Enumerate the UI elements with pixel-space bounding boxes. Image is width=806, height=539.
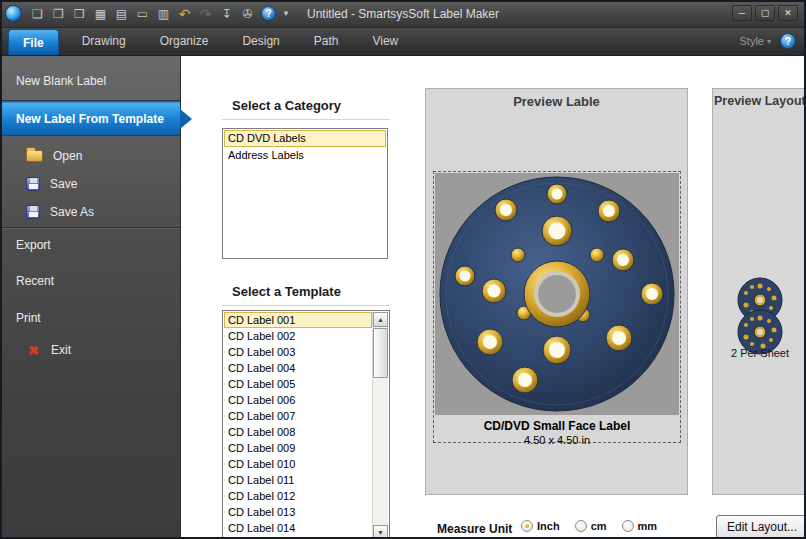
edit-layout-button[interactable]: Edit Layout... [716, 515, 806, 539]
toolbar-help-icon[interactable]: ? [261, 6, 276, 21]
template-list-item[interactable]: CD Label 005 [224, 376, 372, 392]
cm-radio[interactable]: cm [575, 520, 607, 532]
folder-icon[interactable]: ▦ [91, 4, 110, 24]
print-icon[interactable]: ▥ [154, 4, 173, 24]
template-list-item[interactable]: CD Label 012 [224, 488, 372, 504]
template-list-item[interactable]: CD Label 007 [224, 408, 372, 424]
label-name-caption: CD/DVD Small Face Label [434, 419, 680, 433]
label-size-caption: 4.50 x 4.50 in [434, 434, 680, 446]
preview-panel: Preview Lable [425, 88, 688, 495]
sidebar-item-label: Recent [16, 274, 54, 288]
category-list-item[interactable]: Address Labels [224, 147, 386, 164]
help-button[interactable]: ? [780, 33, 796, 49]
label-preview-canvas [435, 173, 679, 415]
scroll-up-button[interactable]: ▲ [373, 312, 388, 327]
tab-file[interactable]: File [8, 29, 59, 55]
template-list-item[interactable]: CD Label 014 [224, 520, 372, 536]
sidebar-item-exit[interactable]: Exit [0, 336, 180, 364]
save-disk-icon [26, 177, 40, 191]
capture-tool-icon[interactable]: ✇ [238, 4, 257, 24]
category-list: CD DVD LabelsAddress Labels [222, 128, 388, 259]
template-list-item[interactable]: CD Label 009 [224, 440, 372, 456]
sidebar-item-label: Save [50, 177, 77, 191]
label-preview-frame: CD/DVD Small Face Label 4.50 x 4.50 in [433, 171, 681, 443]
tabbar-right: Style ▾ ? [740, 27, 806, 55]
radio-icon [622, 520, 634, 532]
template-list-item[interactable]: CD Label 010 [224, 456, 372, 472]
sidebar-item-label: Exit [51, 343, 71, 357]
tab-design[interactable]: Design [225, 27, 296, 55]
template-list-item[interactable]: CD Label 013 [224, 504, 372, 520]
category-list-item[interactable]: CD DVD Labels [224, 130, 386, 147]
layout-thumbnail-image [736, 277, 784, 355]
ribbon-tabbar: FileDrawingOrganizeDesignPathView Style … [0, 28, 806, 56]
template-list-item[interactable]: CD Label 008 [224, 424, 372, 440]
radio-icon [575, 520, 587, 532]
toolbar-options-icon[interactable]: ▾ [280, 4, 292, 24]
sidebar-item-open[interactable]: Open [0, 142, 180, 170]
maximize-button[interactable]: ▢ [755, 5, 775, 21]
export-document-icon[interactable]: ▤ [112, 4, 131, 24]
unit-radio-label: mm [638, 520, 658, 532]
template-list-item[interactable]: CD Label 001 [224, 312, 372, 328]
layout-panel-title: Preview Layout [714, 94, 806, 108]
sidebar-item-label: Export [16, 238, 51, 252]
cd-label-preview-image [435, 173, 679, 415]
close-button[interactable]: ✕ [778, 5, 798, 21]
sidebar-item-new-label-from-template[interactable]: New Label From Template [0, 102, 180, 136]
app-logo-icon [5, 5, 22, 22]
divider [0, 227, 180, 228]
undo-icon[interactable]: ↶ [175, 4, 194, 24]
unit-radio-label: cm [591, 520, 607, 532]
template-list-scrollbar[interactable]: ▲ ▼ [372, 312, 388, 539]
sidebar-item-recent[interactable]: Recent [0, 266, 180, 296]
preview-panel-title: Preview Lable [426, 94, 687, 109]
chevron-down-icon: ▾ [767, 37, 771, 46]
measure-unit-radios: Inch cm mm [521, 520, 657, 532]
ribbon-tabs: FileDrawingOrganizeDesignPathView [0, 27, 415, 55]
sidebar-item-export[interactable]: Export [0, 230, 180, 260]
sidebar-item-save[interactable]: Save [0, 170, 180, 198]
unit-radio-label: Inch [537, 520, 560, 532]
template-list-item[interactable]: CD Label 011 [224, 472, 372, 488]
sidebar-item-label: Save As [50, 205, 94, 219]
tab-path[interactable]: Path [297, 27, 356, 55]
scroll-down-button[interactable]: ▼ [373, 525, 388, 539]
template-list-item[interactable]: CD Label 003 [224, 344, 372, 360]
copy-icon[interactable]: ❐ [49, 4, 68, 24]
exit-icon [26, 343, 41, 358]
inch-radio[interactable]: Inch [521, 520, 560, 532]
sidebar-item-label: New Blank Label [16, 74, 106, 88]
sidebar-item-label: Open [53, 149, 82, 163]
save-as-disk-icon [26, 205, 40, 219]
new-document-icon[interactable]: ❏ [28, 4, 47, 24]
category-list-items: CD DVD LabelsAddress Labels [224, 130, 386, 257]
template-list-item[interactable]: CD Label 004 [224, 360, 372, 376]
sidebar-item-label: New Label From Template [16, 112, 164, 126]
sidebar-item-save-as[interactable]: Save As [0, 198, 180, 226]
import-icon[interactable]: ↧ [217, 4, 236, 24]
scrollbar-thumb[interactable] [373, 328, 388, 378]
open-folder-icon[interactable]: ❒ [70, 4, 89, 24]
minimize-button[interactable]: ─ [732, 5, 752, 21]
category-heading: Select a Category [222, 94, 390, 120]
sidebar-item-print[interactable]: Print [0, 303, 180, 333]
template-list-items: CD Label 001CD Label 002CD Label 003CD L… [224, 312, 372, 539]
layout-panel-icon[interactable]: ▭ [133, 4, 152, 24]
app-window: ❏❐❒▦▤▭▥↶↷↧✇?▾ Untitled - SmartsysSoft La… [0, 0, 806, 539]
per-sheet-label: 2 Per Sheet [713, 347, 806, 359]
tab-view[interactable]: View [355, 27, 415, 55]
file-menu-sidebar: New Blank Label New Label From Template … [0, 56, 181, 539]
tab-organize[interactable]: Organize [143, 27, 226, 55]
template-list-item[interactable]: CD Label 002 [224, 328, 372, 344]
sidebar-item-new-blank-label[interactable]: New Blank Label [0, 64, 180, 98]
template-list-item[interactable]: CD Label 006 [224, 392, 372, 408]
mm-radio[interactable]: mm [622, 520, 658, 532]
selected-arrow-icon [180, 109, 192, 129]
tab-drawing[interactable]: Drawing [65, 27, 143, 55]
window-controls: ─▢✕ [732, 5, 798, 21]
window-title: Untitled - SmartsysSoft Label Maker [307, 7, 499, 21]
template-list: CD Label 001CD Label 002CD Label 003CD L… [222, 310, 390, 539]
redo-icon[interactable]: ↷ [196, 4, 215, 24]
style-dropdown[interactable]: Style ▾ [740, 35, 771, 47]
